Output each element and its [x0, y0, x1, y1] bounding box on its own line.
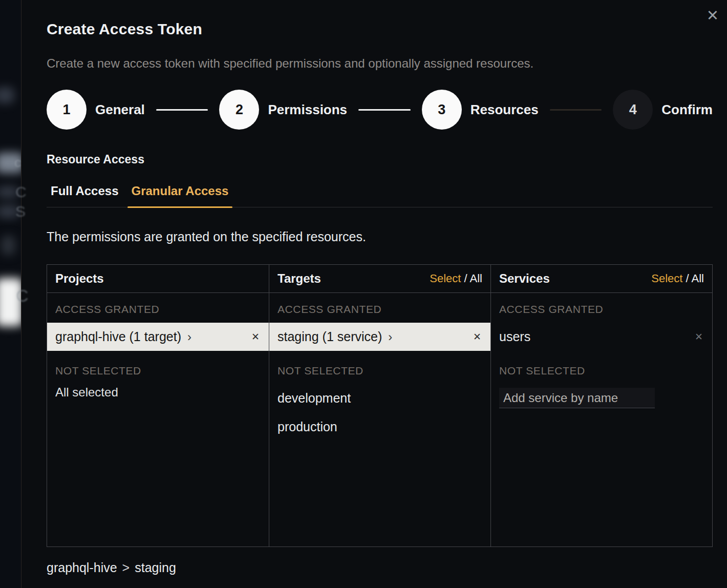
- select-link[interactable]: Select: [430, 272, 461, 285]
- not-selected-label: NOT SELECTED: [269, 351, 490, 376]
- granted-project-name: graphql-hive (1 target): [55, 329, 181, 344]
- breadcrumb-target[interactable]: staging: [135, 560, 176, 575]
- select-all-separator: /: [461, 272, 469, 285]
- close-icon[interactable]: ✕: [703, 6, 722, 25]
- granted-target-row[interactable]: staging (1 service) › ✕: [269, 323, 490, 351]
- step-resources[interactable]: 3 Resources: [422, 90, 539, 130]
- breadcrumb: graphql-hive>staging: [47, 560, 713, 575]
- breadcrumb-project[interactable]: graphql-hive: [47, 560, 117, 575]
- access-mode-tabs: Full Access Granular Access: [47, 184, 713, 207]
- step-connector: [358, 109, 411, 111]
- column-title: Projects: [55, 271, 104, 286]
- resource-access-heading: Resource Access: [47, 153, 713, 166]
- remove-service-icon[interactable]: ✕: [694, 330, 704, 344]
- chevron-right-icon: ›: [388, 331, 392, 343]
- remove-target-icon[interactable]: ✕: [472, 330, 482, 344]
- access-granted-label: ACCESS GRANTED: [47, 293, 269, 315]
- step-number-badge: 2: [219, 90, 259, 130]
- step-number-badge: 4: [613, 90, 653, 130]
- all-selected-note: All selected: [47, 385, 269, 400]
- step-label: Resources: [471, 102, 539, 118]
- breadcrumb-separator: >: [122, 560, 130, 575]
- step-label: Confirm: [661, 102, 713, 118]
- chevron-right-icon: ›: [187, 331, 191, 343]
- step-permissions[interactable]: 2 Permissions: [219, 90, 347, 130]
- step-number-badge: 1: [47, 90, 87, 130]
- granted-service-name: users: [499, 329, 530, 344]
- access-granted-label: ACCESS GRANTED: [269, 293, 490, 315]
- dialog-subtitle: Create a new access token with specified…: [47, 56, 713, 71]
- blurred-content: [0, 87, 14, 103]
- blurred-button: [0, 278, 23, 326]
- step-label: Permissions: [268, 102, 347, 118]
- granted-project-row[interactable]: graphql-hive (1 target) › ✕: [47, 323, 269, 351]
- select-all-links: Select / All: [651, 272, 704, 285]
- create-access-token-dialog: ✕ Create Access Token Create a new acces…: [21, 0, 727, 588]
- step-label: General: [95, 102, 145, 118]
- column-title: Targets: [277, 271, 321, 286]
- remove-project-icon[interactable]: ✕: [250, 330, 261, 344]
- select-link[interactable]: Select: [651, 272, 682, 285]
- dialog-title: Create Access Token: [47, 20, 713, 38]
- tab-full-access[interactable]: Full Access: [47, 184, 123, 207]
- select-all-separator: /: [682, 272, 691, 285]
- services-column: Services Select / All ACCESS GRANTED use…: [490, 265, 712, 547]
- granular-access-description: The permissions are granted on the speci…: [47, 229, 713, 244]
- background-page: [0, 0, 21, 588]
- blurred-content: [0, 186, 18, 198]
- services-column-header: Services Select / All: [491, 265, 712, 293]
- step-connector: [550, 109, 602, 111]
- blurred-content: [0, 153, 24, 173]
- not-selected-label: NOT SELECTED: [47, 351, 269, 376]
- target-option-development[interactable]: development: [269, 391, 490, 405]
- target-option-production[interactable]: production: [269, 420, 490, 434]
- wizard-stepper: 1 General 2 Permissions 3 Resources 4 Co…: [47, 90, 713, 130]
- step-general[interactable]: 1 General: [47, 90, 145, 130]
- targets-column: Targets Select / All ACCESS GRANTED stag…: [269, 265, 490, 547]
- projects-column: Projects ACCESS GRANTED graphql-hive (1 …: [47, 265, 269, 547]
- granted-target-name: staging (1 service): [277, 329, 382, 344]
- step-connector: [156, 109, 208, 111]
- step-number-badge: 3: [422, 90, 462, 130]
- add-service-input[interactable]: [499, 388, 655, 408]
- granted-service-row[interactable]: users ✕: [491, 323, 712, 351]
- blurred-content: [0, 205, 19, 218]
- step-confirm[interactable]: 4 Confirm: [613, 90, 713, 130]
- projects-column-header: Projects: [47, 265, 269, 293]
- resource-picker-table: Projects ACCESS GRANTED graphql-hive (1 …: [47, 264, 713, 547]
- tab-granular-access[interactable]: Granular Access: [127, 184, 233, 207]
- all-link[interactable]: All: [470, 272, 482, 285]
- access-granted-label: ACCESS GRANTED: [491, 293, 712, 315]
- select-all-links: Select / All: [430, 272, 482, 285]
- blurred-content: [1, 236, 15, 255]
- targets-column-header: Targets Select / All: [269, 265, 490, 293]
- all-link[interactable]: All: [692, 272, 704, 285]
- not-selected-label: NOT SELECTED: [491, 351, 712, 376]
- column-title: Services: [499, 271, 550, 286]
